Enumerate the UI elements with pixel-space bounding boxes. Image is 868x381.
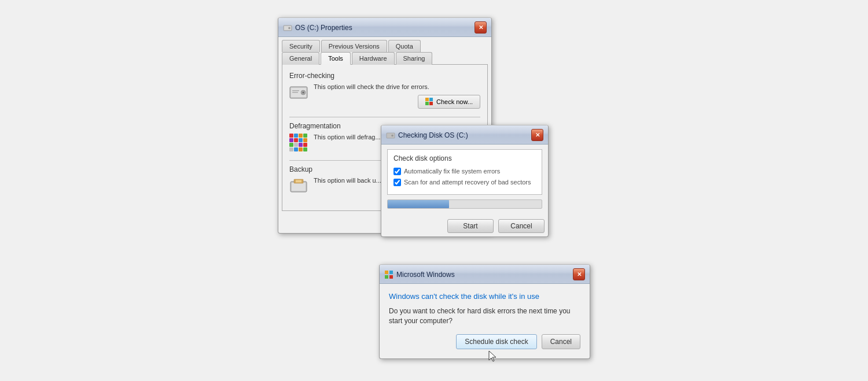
error-checking-section: Error-checking This option will check th… bbox=[289, 72, 480, 109]
checkbox-row-1: Automatically fix file system errors bbox=[393, 167, 536, 175]
check-disk-close-button[interactable]: ✕ bbox=[531, 129, 543, 141]
check-now-label: Check now... bbox=[436, 98, 473, 105]
svg-rect-12 bbox=[425, 102, 429, 105]
svg-rect-24 bbox=[389, 275, 393, 279]
tab-security[interactable]: Security bbox=[282, 40, 320, 52]
svg-point-20 bbox=[392, 135, 393, 136]
svg-point-7 bbox=[303, 92, 304, 94]
ms-dialog-main-title: Windows can't check the disk while it's … bbox=[389, 292, 580, 301]
svg-rect-10 bbox=[425, 98, 429, 101]
tab-row-1: Security Previous Versions Quota bbox=[282, 39, 488, 51]
properties-title-bar: OS (C:) Properties ✕ bbox=[278, 18, 491, 37]
error-checking-description: This option will check the drive for err… bbox=[314, 83, 480, 90]
windows-logo-icon bbox=[425, 98, 433, 106]
error-checking-title: Error-checking bbox=[289, 72, 480, 80]
svg-rect-11 bbox=[429, 98, 433, 101]
tab-tools[interactable]: Tools bbox=[321, 52, 351, 65]
check-disk-dialog: Checking Disk OS (C:) ✕ Check disk optio… bbox=[381, 125, 549, 237]
check-disk-title-icon bbox=[386, 131, 395, 140]
progress-bar-fill bbox=[388, 200, 449, 208]
schedule-disk-check-button[interactable]: Schedule disk check bbox=[456, 334, 536, 349]
checkbox-fix-errors-label: Automatically fix file system errors bbox=[404, 167, 500, 175]
ms-dialog-description: Do you want to check for hard disk error… bbox=[389, 306, 580, 326]
svg-rect-13 bbox=[429, 102, 433, 105]
properties-close-button[interactable]: ✕ bbox=[475, 21, 487, 34]
ms-windows-dialog: Microsoft Windows ✕ Windows can't check … bbox=[379, 264, 590, 359]
ms-windows-title-text: Microsoft Windows bbox=[396, 271, 455, 279]
drive-title-icon bbox=[283, 23, 292, 32]
check-options-title: Check disk options bbox=[393, 154, 536, 162]
checkbox-row-2: Scan for and attempt recovery of bad sec… bbox=[393, 178, 536, 186]
tab-row-2: General Tools Hardware Sharing bbox=[282, 51, 488, 64]
svg-rect-8 bbox=[292, 90, 299, 91]
separator-1 bbox=[289, 117, 480, 117]
ms-windows-title-bar: Microsoft Windows ✕ bbox=[380, 265, 590, 284]
check-now-button[interactable]: Check now... bbox=[418, 95, 480, 109]
defrag-icon bbox=[289, 134, 308, 152]
check-disk-title-bar: Checking Disk OS (C:) ✕ bbox=[381, 125, 548, 145]
tab-quota[interactable]: Quota bbox=[388, 40, 421, 52]
check-disk-start-button[interactable]: Start bbox=[447, 219, 494, 233]
svg-rect-22 bbox=[389, 271, 393, 274]
svg-rect-9 bbox=[292, 92, 298, 93]
checkbox-fix-errors[interactable] bbox=[393, 168, 401, 175]
ms-dialog-content: Windows can't check the disk while it's … bbox=[380, 284, 590, 358]
ms-windows-close-button[interactable]: ✕ bbox=[573, 268, 585, 280]
ms-dialog-cancel-button[interactable]: Cancel bbox=[542, 334, 580, 349]
properties-title-text: OS (C:) Properties bbox=[295, 24, 352, 32]
ms-dialog-button-row: Schedule disk check Cancel bbox=[389, 334, 580, 353]
backup-icon bbox=[289, 177, 308, 195]
svg-rect-23 bbox=[385, 275, 388, 279]
svg-rect-17 bbox=[296, 180, 301, 183]
svg-point-3 bbox=[289, 28, 290, 28]
tab-previous-versions[interactable]: Previous Versions bbox=[321, 40, 387, 52]
check-disk-cancel-button[interactable]: Cancel bbox=[498, 219, 545, 233]
check-disk-progress-bar bbox=[387, 199, 542, 209]
check-disk-title-text: Checking Disk OS (C:) bbox=[398, 131, 468, 139]
check-disk-button-row: Start Cancel bbox=[381, 214, 548, 236]
svg-rect-21 bbox=[385, 271, 388, 274]
svg-rect-18 bbox=[387, 133, 395, 138]
drive-icon bbox=[289, 83, 308, 102]
checkbox-scan-recovery[interactable] bbox=[393, 179, 401, 186]
error-checking-body: This option will check the drive for err… bbox=[289, 83, 480, 109]
tab-bar: Security Previous Versions Quota General… bbox=[278, 37, 491, 64]
tab-hardware[interactable]: Hardware bbox=[352, 52, 395, 65]
check-options-group: Check disk options Automatically fix fil… bbox=[387, 149, 542, 195]
checkbox-scan-recovery-label: Scan for and attempt recovery of bad sec… bbox=[404, 178, 531, 186]
svg-rect-15 bbox=[292, 183, 306, 191]
tab-general[interactable]: General bbox=[282, 52, 319, 65]
windows-title-icon bbox=[384, 270, 393, 279]
tab-sharing[interactable]: Sharing bbox=[396, 52, 433, 65]
